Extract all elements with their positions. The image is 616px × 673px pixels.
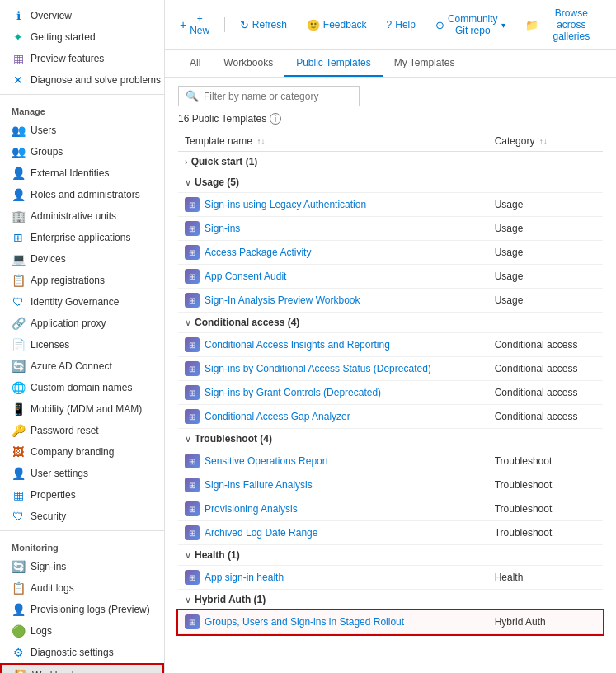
sidebar-item-identity-governance[interactable]: 🛡 Identity Governance [0, 291, 164, 313]
template-link[interactable]: Archived Log Date Range [205, 527, 317, 539]
sidebar-item-roles[interactable]: 👤 Roles and administrators [0, 184, 164, 205]
template-link[interactable]: Sign-ins by Grant Controls (Deprecated) [205, 387, 381, 398]
community-button[interactable]: ⊙ Community Git repo ▾ [430, 11, 510, 39]
sidebar-item-azure-ad-connect[interactable]: 🔄 Azure AD Connect [0, 355, 164, 377]
col-category[interactable]: Category ↑↓ [488, 131, 603, 152]
sidebar-item-label: Getting started [31, 31, 96, 43]
template-category-cell: Usage [488, 265, 603, 289]
sidebar-item-company-branding[interactable]: 🖼 Company branding [0, 441, 164, 463]
table-group-row[interactable]: ∨Troubleshoot (4) [178, 429, 603, 449]
group-chevron[interactable]: › [185, 157, 188, 167]
sidebar-item-label: Mobility (MDM and MAM) [31, 403, 142, 415]
sidebar-item-password-reset[interactable]: 🔑 Password reset [0, 420, 164, 441]
mobility-icon: 📱 [12, 402, 25, 416]
table-group-row[interactable]: ∨Hybrid Auth (1) [178, 590, 603, 610]
sign-ins-icon: 🔄 [12, 560, 25, 573]
help-button[interactable]: ? Help [382, 16, 421, 33]
sidebar-item-mobility[interactable]: 📱 Mobility (MDM and MAM) [0, 398, 164, 420]
sidebar-item-preview-features[interactable]: ▦ Preview features [0, 48, 164, 69]
template-name-cell: ⊞Sign-ins using Legacy Authentication [178, 193, 488, 217]
company-branding-icon: 🖼 [12, 445, 25, 459]
template-name-cell: ⊞Conditional Access Insights and Reporti… [178, 333, 488, 357]
sidebar-item-audit-logs[interactable]: 📋 Audit logs [0, 577, 164, 599]
template-icon: ⊞ [185, 570, 200, 585]
template-icon: ⊞ [185, 245, 200, 260]
ext-id-icon: 👤 [12, 167, 25, 180]
sidebar-item-groups[interactable]: 👥 Groups [0, 141, 164, 162]
template-link[interactable]: Sign-In Analysis Preview Workbook [205, 294, 360, 306]
search-input[interactable] [204, 91, 352, 102]
sidebar-item-provisioning-logs[interactable]: 👤 Provisioning logs (Preview) [0, 599, 164, 620]
monitoring-section-label: Monitoring [0, 534, 164, 556]
template-link[interactable]: App sign-in health [205, 572, 284, 583]
sidebar: ℹ Overview ✦ Getting started ▦ Preview f… [0, 0, 165, 673]
sidebar-item-admin-units[interactable]: 🏢 Administrative units [0, 205, 164, 227]
browse-button[interactable]: 📁 Browse across galleries [520, 5, 606, 45]
sidebar-item-security[interactable]: 🛡 Security [0, 506, 164, 527]
template-category-cell: Troubleshoot [488, 521, 603, 545]
refresh-button[interactable]: ↻ Refresh [235, 16, 292, 34]
table-group-row[interactable]: ›Quick start (1) [178, 152, 603, 172]
sidebar-item-workbooks[interactable]: 📔 Workbooks [0, 663, 164, 673]
sidebar-item-sign-ins[interactable]: 🔄 Sign-ins [0, 556, 164, 577]
template-name-cell: ⊞Sign-ins by Grant Controls (Deprecated) [178, 381, 488, 405]
template-link[interactable]: Conditional Access Gap Analyzer [205, 411, 350, 422]
group-chevron[interactable]: ∨ [185, 434, 191, 444]
template-category-cell: Hybrid Auth [488, 610, 603, 634]
template-category-cell: Troubleshoot [488, 497, 603, 521]
sidebar-item-properties[interactable]: ▦ Properties [0, 484, 164, 506]
sidebar-item-logs[interactable]: 🟢 Logs [0, 620, 164, 642]
sidebar-item-label: Preview features [31, 53, 104, 64]
group-chevron[interactable]: ∨ [185, 318, 191, 327]
tab-workbooks[interactable]: Workbooks [212, 50, 284, 77]
template-link[interactable]: Groups, Users and Sign-ins in Staged Rol… [205, 616, 404, 628]
security-icon: 🛡 [12, 510, 25, 523]
template-link[interactable]: Sign-ins by Conditional Access Status (D… [205, 363, 431, 374]
tab-my-templates[interactable]: My Templates [383, 50, 467, 77]
sidebar-item-diagnose[interactable]: ✕ Diagnose and solve problems [0, 69, 164, 91]
new-label: + New [190, 13, 209, 36]
template-link[interactable]: Sign-ins [205, 223, 240, 234]
sidebar-item-app-proxy[interactable]: 🔗 Application proxy [0, 313, 164, 334]
template-link[interactable]: App Consent Audit [205, 271, 286, 282]
sidebar-item-label: Workbooks [32, 670, 82, 673]
sidebar-item-getting-started[interactable]: ✦ Getting started [0, 26, 164, 48]
table-group-row[interactable]: ∨Health (1) [178, 545, 603, 566]
search-box[interactable]: 🔍 [178, 86, 360, 106]
template-link[interactable]: Sensitive Operations Report [205, 455, 328, 467]
sidebar-item-diagnostic-settings[interactable]: ⚙ Diagnostic settings [0, 642, 164, 663]
sidebar-item-licenses[interactable]: 📄 Licenses [0, 334, 164, 355]
template-link[interactable]: Access Package Activity [205, 247, 311, 258]
sidebar-item-label: Sign-ins [31, 561, 66, 572]
sidebar-item-overview[interactable]: ℹ Overview [0, 5, 164, 26]
azure-connect-icon: 🔄 [12, 360, 25, 373]
feedback-button[interactable]: 🙂 Feedback [302, 16, 372, 34]
count-text: 16 Public Templates [178, 113, 266, 125]
template-link[interactable]: Provisioning Analysis [205, 503, 298, 515]
sidebar-item-devices[interactable]: 💻 Devices [0, 248, 164, 270]
table-group-row[interactable]: ∨Conditional access (4) [178, 313, 603, 333]
sidebar-item-app-registrations[interactable]: 📋 App registrations [0, 270, 164, 291]
sidebar-item-label: Company branding [31, 446, 114, 458]
sidebar-item-custom-domains[interactable]: 🌐 Custom domain names [0, 377, 164, 398]
new-button[interactable]: + + New [175, 11, 214, 39]
template-icon: ⊞ [185, 221, 200, 236]
group-chevron[interactable]: ∨ [185, 595, 191, 605]
sidebar-item-users[interactable]: 👥 Users [0, 120, 164, 141]
template-link[interactable]: Conditional Access Insights and Reportin… [205, 339, 390, 351]
tab-public-templates[interactable]: Public Templates [284, 50, 383, 77]
col1-label: Template name [185, 135, 252, 147]
col-template-name[interactable]: Template name ↑↓ [178, 131, 488, 152]
template-category-cell: Usage [488, 217, 603, 241]
group-chevron[interactable]: ∨ [185, 177, 191, 187]
sidebar-item-external-identities[interactable]: 👤 External Identities [0, 162, 164, 184]
sidebar-item-enterprise-apps[interactable]: ⊞ Enterprise applications [0, 227, 164, 248]
table-group-row[interactable]: ∨Usage (5) [178, 172, 603, 193]
template-link[interactable]: Sign-ins Failure Analysis [205, 479, 313, 491]
sidebar-item-user-settings[interactable]: 👤 User settings [0, 463, 164, 484]
group-chevron[interactable]: ∨ [185, 550, 191, 560]
template-link[interactable]: Sign-ins using Legacy Authentication [205, 199, 366, 210]
tab-all[interactable]: All [178, 50, 212, 77]
workbooks-icon: 📔 [13, 669, 26, 673]
prov-logs-icon: 👤 [12, 603, 25, 616]
